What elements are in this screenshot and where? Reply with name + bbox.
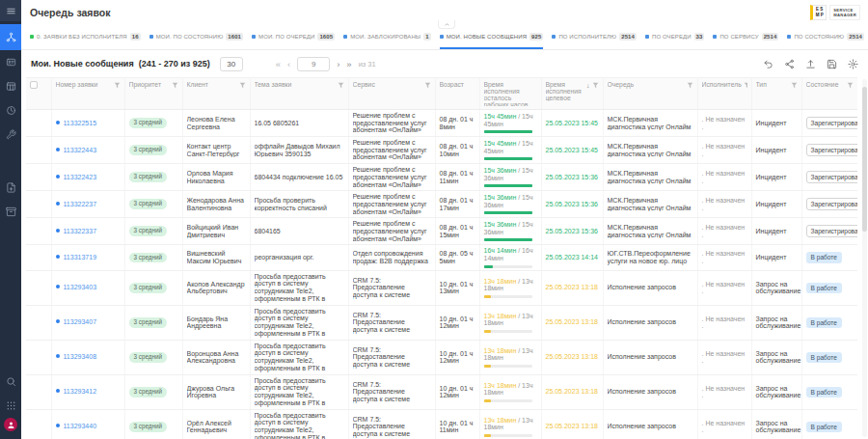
- sidebar-item-id-card[interactable]: [0, 50, 21, 74]
- view-tab-1[interactable]: МОИ. ПО СОСТОЯНИЮ1601: [149, 25, 243, 49]
- view-tab-7[interactable]: ПО СЕРВИСУ2514: [713, 25, 778, 49]
- view-tab-6[interactable]: ПО ОЧЕРЕДИ33: [645, 25, 704, 49]
- cell-subject: Просьба предоставить доступ в систему со…: [250, 270, 348, 305]
- cell-queue: Исполнение запросов: [603, 340, 697, 374]
- ticket-link[interactable]: 113322237: [64, 201, 97, 207]
- view-tab-2[interactable]: МОИ. ПО ОЧЕРЕДИ1605: [252, 25, 335, 49]
- cell-age: 08 дн. 01 ч 10мин: [435, 137, 479, 164]
- view-tab-3[interactable]: МОИ. ЗАБЛОКИРОВАНЫ1: [343, 25, 431, 49]
- table-row[interactable]: 1133222373 среднийЖенодарова Анна Валент…: [26, 191, 857, 218]
- filter-icon[interactable]: [424, 82, 431, 89]
- cell-select: [26, 137, 51, 164]
- filter-icon[interactable]: [847, 82, 854, 89]
- progress-bar: [484, 184, 532, 187]
- cell-age: 10 дн. 01 ч 12мин: [435, 374, 479, 409]
- filter-icon[interactable]: [592, 82, 599, 89]
- table-row[interactable]: 1133223373 среднийВойцицкий Иван Дмитрие…: [26, 218, 857, 245]
- progress-bar: [484, 238, 532, 241]
- table-row[interactable]: 1132934033 среднийАкопов Александр Альбе…: [26, 270, 857, 305]
- collapse-tabs-button[interactable]: [438, 20, 455, 29]
- table-actions: [763, 59, 858, 69]
- table-row[interactable]: 1132934123 среднийДжурова Ольга Игоревна…: [26, 374, 857, 409]
- user-icon: [7, 416, 15, 433]
- ticket-link[interactable]: 113322443: [64, 147, 97, 153]
- ticket-link[interactable]: 113322515: [64, 120, 97, 126]
- filter-icon[interactable]: [744, 82, 747, 89]
- ticket-link[interactable]: 113313719: [64, 254, 97, 261]
- ticket-link[interactable]: 113293403: [64, 284, 97, 290]
- page-size-input[interactable]: [220, 57, 243, 71]
- ticket-link[interactable]: 113322423: [64, 174, 97, 180]
- sidebar-item-kanban-board[interactable]: [0, 74, 21, 98]
- sidebar-item-org-structure[interactable]: [0, 24, 21, 50]
- ticket-link[interactable]: 113293408: [64, 353, 97, 360]
- tab-count-badge: 1605: [317, 33, 335, 41]
- next-page-button[interactable]: ›: [337, 59, 339, 69]
- column-header-age: Возраст: [435, 78, 479, 110]
- export-icon[interactable]: [805, 59, 816, 69]
- sidebar-item-search[interactable]: [0, 370, 21, 394]
- cell-time-left: 13ч 18мин / 13ч 18мин: [479, 374, 541, 409]
- cell-select: [26, 409, 51, 439]
- filter-icon[interactable]: [239, 82, 246, 89]
- progress-bar: [484, 434, 532, 437]
- priority-badge: 3 средний: [129, 226, 167, 236]
- table-row[interactable]: 1133224233 среднийОрлова Мария Николаевн…: [26, 164, 857, 191]
- save-icon[interactable]: [827, 59, 837, 69]
- cell-type: Запрос на обслуживание: [751, 374, 801, 409]
- current-page-input[interactable]: [297, 57, 330, 71]
- sidebar-item-file-plus[interactable]: [0, 176, 21, 200]
- last-page-button[interactable]: »: [346, 59, 351, 69]
- sidebar-item-apps-grid[interactable]: [0, 394, 21, 418]
- share-icon[interactable]: [784, 59, 795, 69]
- cell-subject: Просьба проверить корректность списаний: [250, 191, 348, 218]
- filter-icon[interactable]: [172, 82, 178, 89]
- priority-badge: 3 средний: [129, 199, 167, 209]
- filter-icon[interactable]: [687, 82, 693, 89]
- progress-bar: [484, 157, 532, 160]
- table-row[interactable]: 1132934083 среднийВоронцова Анна Алексан…: [26, 340, 857, 374]
- sort-desc-icon[interactable]: ↓: [586, 82, 590, 89]
- table-row[interactable]: 1132934403 среднийОрёл Алексей Геннадьев…: [26, 409, 857, 439]
- table-row[interactable]: 1133137193 среднийВишневский Максим Юрье…: [26, 245, 857, 270]
- cell-client: Женодарова Анна Валентиновна: [182, 191, 250, 218]
- view-tab-4[interactable]: МОИ. НОВЫЕ СООБЩЕНИЯ925: [440, 25, 544, 49]
- table-row[interactable]: 1133224433 среднийКонтакт центр Санкт-Пе…: [26, 137, 857, 164]
- prev-page-button[interactable]: ‹: [287, 59, 290, 69]
- table-row[interactable]: 1133225153 среднийЛеонова Елена Сергеевн…: [26, 110, 857, 137]
- view-tab-0[interactable]: 0. ЗАЯВКИ БЕЗ ИСПОЛНИТЕЛЯ16: [30, 25, 141, 49]
- view-tab-5[interactable]: ПО ИСПОЛНИТЕЛЮ2514: [552, 25, 637, 49]
- cell-age: 08 дн. 05 ч 5мин: [435, 245, 479, 270]
- scrollbar-thumb[interactable]: [862, 87, 867, 232]
- filter-icon[interactable]: [114, 82, 121, 89]
- records-range: (241 - 270 из 925): [139, 59, 210, 69]
- cell-client: Орёл Алексей Геннадьевич: [182, 409, 250, 439]
- first-page-button[interactable]: «: [276, 59, 281, 69]
- ticket-link[interactable]: 113322337: [64, 228, 97, 234]
- ticket-link[interactable]: 113293440: [64, 423, 97, 429]
- filter-icon[interactable]: [791, 82, 798, 89]
- select-all-checkbox[interactable]: [30, 81, 38, 89]
- user-avatar[interactable]: [4, 418, 17, 431]
- cell-subject: оффлайн Давыдов Михаил Юрьевич 3590135: [250, 137, 348, 164]
- cell-service: CRM 7.5: Предоставление доступа к систем…: [348, 270, 435, 305]
- sidebar-item-wrench[interactable]: [0, 123, 21, 147]
- vertical-scrollbar[interactable]: [862, 79, 867, 437]
- cell-service: Решение проблем с предоставлением услуг …: [348, 218, 435, 245]
- sidebar-item-archive[interactable]: [0, 200, 21, 224]
- unread-dot-icon: [56, 255, 60, 259]
- filter-icon[interactable]: [338, 82, 344, 89]
- undo-icon[interactable]: [763, 59, 773, 69]
- sidebar-item-clock[interactable]: [0, 98, 21, 123]
- table-row[interactable]: 1132934073 среднийБондарь Яна АндреевнаП…: [26, 305, 857, 340]
- tab-label: ПО СЕРВИСУ: [719, 34, 758, 40]
- sidebar-item-hamburger-menu[interactable]: [0, 0, 21, 21]
- ticket-link[interactable]: 113293412: [64, 388, 97, 395]
- cell-number: 113293408: [51, 340, 124, 374]
- view-tab-8[interactable]: ПО СОСТОЯНИЮ2514: [787, 25, 864, 49]
- cell-age: 08 дн. 01 ч 8мин: [435, 110, 479, 137]
- cell-target: 25.05.2023 14:14: [541, 245, 603, 270]
- settings-icon[interactable]: [848, 59, 858, 69]
- status-badge: В работе: [806, 352, 842, 363]
- ticket-link[interactable]: 113293407: [64, 318, 97, 325]
